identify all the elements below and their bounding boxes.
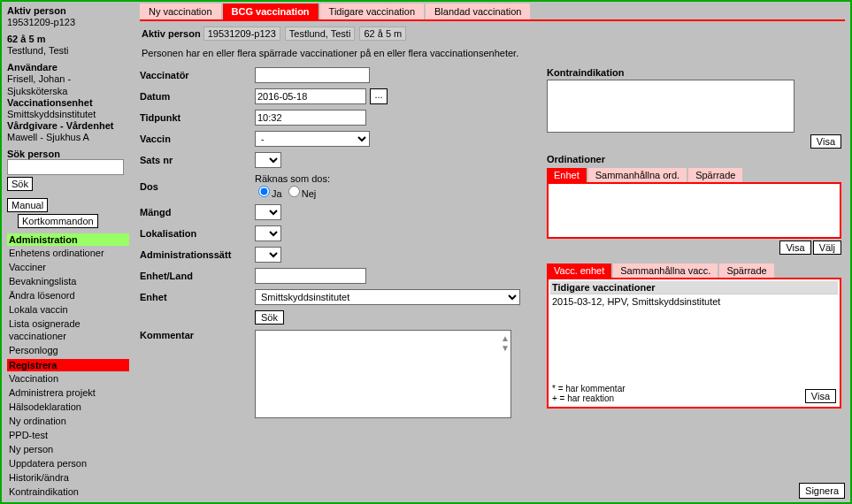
- aktiv-person-name: Testlund, Testi: [7, 44, 129, 57]
- vardgivare-title: Vårdgivare - Vårdenhet: [7, 120, 129, 131]
- label-vaccinator: Vaccinatör: [140, 70, 255, 80]
- active-person-bar: Aktiv person 19531209-p123 Testlund, Tes…: [140, 25, 845, 42]
- nav-administration-head[interactable]: Administration: [7, 233, 129, 246]
- aktiv-person-age: 62 å 5 m: [7, 34, 129, 44]
- nav-item[interactable]: Ordinationer: [7, 499, 129, 502]
- enhet-sok-button[interactable]: Sök: [255, 310, 284, 325]
- vaccinator-select[interactable]: Frisell, Johan: [255, 67, 370, 83]
- ord-subtabs: Enhet Sammanhållna ord. Spärrade: [547, 168, 841, 182]
- label-dos: Dos: [140, 181, 255, 192]
- tidpunkt-input[interactable]: [255, 110, 366, 126]
- vaccin-select[interactable]: -: [255, 131, 370, 147]
- sok-person-title: Sök person: [7, 149, 129, 159]
- tab-tidigare-vaccination[interactable]: Tidigare vaccination: [320, 4, 424, 19]
- label-datum: Datum: [140, 91, 255, 102]
- header-label: Aktiv person: [142, 28, 201, 39]
- nav-item[interactable]: Ny person: [7, 442, 129, 456]
- vaccinationsenhet-title: Vaccinationsenhet: [7, 97, 129, 108]
- tab-bcg-vaccination[interactable]: BCG vaccination: [223, 4, 319, 19]
- ord-tab-samman[interactable]: Sammanhållna ord.: [588, 168, 687, 182]
- kontraindikation-title: Kontraindikation: [547, 67, 841, 78]
- ord-valj-button[interactable]: Välj: [813, 241, 841, 255]
- nav-item[interactable]: Bevakningslista: [7, 274, 129, 288]
- header-name: Testlund, Testi: [285, 27, 356, 41]
- nav-item[interactable]: Kontraindikation: [7, 485, 129, 499]
- vac-tab-samman[interactable]: Sammanhållna vacc.: [613, 263, 718, 278]
- prev-vac-row[interactable]: 2015-03-12, HPV, Smittskyddsinstitutet: [550, 294, 838, 382]
- label-mangd: Mängd: [140, 207, 255, 218]
- nav-item[interactable]: Enhetens ordinationer: [7, 246, 129, 260]
- radio-nej-label[interactable]: Nej: [285, 188, 317, 199]
- enhet-select[interactable]: Smittskyddsinstitutet: [255, 289, 520, 305]
- enhetland-input[interactable]: [255, 268, 366, 284]
- scroll-icon: ▲▼: [501, 333, 510, 353]
- kommentar-textarea[interactable]: [255, 330, 511, 418]
- label-vaccin: Vaccin: [140, 134, 255, 144]
- manual-button[interactable]: Manual: [7, 198, 48, 212]
- header-age: 62 å 5 m: [359, 27, 406, 41]
- kontraindikation-box: [547, 80, 794, 133]
- vac-tab-sparrade[interactable]: Spärrade: [719, 263, 773, 278]
- radio-nej[interactable]: [288, 186, 300, 197]
- warning-text: Personen har en eller flera spärrade vac…: [140, 42, 845, 67]
- nav-item[interactable]: Vaccination: [7, 371, 129, 386]
- radio-ja[interactable]: [258, 186, 270, 197]
- ord-tab-enhet[interactable]: Enhet: [547, 168, 587, 182]
- label-kommentar: Kommentar: [140, 330, 255, 340]
- radio-ja-label[interactable]: Ja: [255, 188, 282, 199]
- note-reaktion: + = har reaktion: [552, 393, 626, 403]
- nav-registrera-head[interactable]: Registrera: [7, 359, 129, 371]
- right-column: Kontraindikation Visa Ordinationer Enhet…: [547, 67, 845, 425]
- label-admsatt: Administrationssätt: [140, 249, 255, 260]
- vaccinationsenhet-name: Smittskyddsinstitutet: [7, 108, 129, 120]
- tab-ny-vaccination[interactable]: Ny vaccination: [140, 4, 221, 19]
- nav-item[interactable]: Personlogg: [7, 343, 129, 357]
- label-satsnr: Sats nr: [140, 155, 255, 165]
- form-area: Vaccinatör Frisell, Johan Datum ... Tidp…: [140, 67, 529, 425]
- label-enhetland: Enhet/Land: [140, 271, 255, 281]
- vac-tab-enhet[interactable]: Vacc. enhet: [547, 263, 611, 278]
- nav-item[interactable]: PPD-test: [7, 428, 129, 442]
- tab-bar: Ny vaccination BCG vaccination Tidigare …: [140, 4, 845, 19]
- nav-item[interactable]: Vacciner: [7, 260, 129, 274]
- nav-item[interactable]: Lokala vaccin: [7, 302, 129, 317]
- header-id: 19531209-p123: [203, 27, 280, 41]
- kortkommandon-button[interactable]: Kortkommandon: [18, 214, 98, 228]
- ord-panel: [547, 182, 841, 239]
- ordinationer-title: Ordinationer: [547, 154, 841, 164]
- tab-blandad-vaccination[interactable]: Blandad vaccination: [426, 4, 530, 19]
- ord-tab-sparrade[interactable]: Spärrade: [688, 168, 742, 182]
- nav-item[interactable]: Hälsodeklaration: [7, 400, 129, 414]
- vac-panel: Tidigare vaccinationer 2015-03-12, HPV, …: [547, 278, 841, 409]
- datum-picker-button[interactable]: ...: [370, 88, 388, 104]
- anvandare-title: Användare: [7, 62, 129, 73]
- nav-item[interactable]: Administrera projekt: [7, 386, 129, 400]
- vardgivare-name: Mawell - Sjukhus A: [7, 131, 129, 143]
- anvandare-name: Frisell, Johan - Sjuksköterska: [7, 73, 129, 97]
- satsnr-select[interactable]: [255, 152, 281, 168]
- lokalisation-select[interactable]: [255, 225, 281, 241]
- vac-subtabs: Vacc. enhet Sammanhållna vacc. Spärrade: [547, 263, 841, 278]
- note-kommentar: * = har kommentar: [552, 384, 626, 393]
- label-enhet: Enhet: [140, 292, 255, 302]
- label-lokalisation: Lokalisation: [140, 228, 255, 239]
- nav-item[interactable]: Ändra lösenord: [7, 288, 129, 302]
- nav-item[interactable]: Lista osignerade vaccinationer: [7, 317, 129, 343]
- mangd-select[interactable]: [255, 204, 281, 220]
- ord-visa-button[interactable]: Visa: [779, 241, 810, 255]
- prev-vac-title: Tidigare vaccinationer: [550, 281, 838, 294]
- nav-item[interactable]: Ny ordination: [7, 414, 129, 428]
- label-tidpunkt: Tidpunkt: [140, 112, 255, 123]
- admsatt-select[interactable]: [255, 247, 281, 263]
- prev-visa-button[interactable]: Visa: [805, 389, 836, 403]
- nav-item[interactable]: Historik/ändra: [7, 470, 129, 485]
- signera-button[interactable]: Signera: [799, 483, 845, 499]
- datum-input[interactable]: [255, 88, 366, 104]
- sidebar: Aktiv person 19531209-p123 62 å 5 m Test…: [2, 2, 134, 502]
- main-panel: Ny vaccination BCG vaccination Tidigare …: [134, 2, 850, 502]
- sok-person-button[interactable]: Sök: [7, 177, 33, 191]
- nav-item[interactable]: Uppdatera person: [7, 456, 129, 470]
- kontra-visa-button[interactable]: Visa: [810, 134, 841, 149]
- sok-person-input[interactable]: [7, 159, 124, 175]
- ord-panel-body: [550, 186, 838, 235]
